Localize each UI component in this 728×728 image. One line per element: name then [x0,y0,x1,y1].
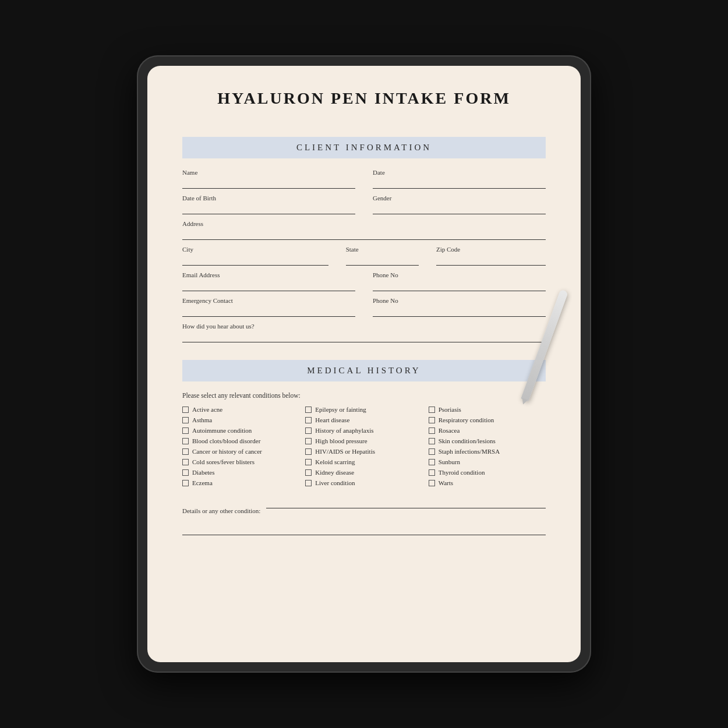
email-input[interactable] [182,280,355,291]
state-label: State [346,246,419,253]
condition-asthma: Asthma [182,416,299,423]
city-label: City [182,246,328,253]
dob-gender-row: Date of Birth Gender [182,195,546,214]
date-input[interactable] [373,177,546,189]
checkbox-skin-condition[interactable] [429,438,435,444]
hear-field-group: How did you hear about us? [182,323,546,342]
email-phone-row: Email Address Phone No [182,271,546,291]
zip-label: Zip Code [436,246,546,253]
checkbox-blood-clots[interactable] [182,438,189,444]
checkbox-anaphylaxis[interactable] [305,427,312,434]
checkbox-liver[interactable] [305,480,312,486]
checkbox-staph[interactable] [429,448,435,455]
emergency-label: Emergency Contact [182,297,355,304]
name-input[interactable] [182,177,355,189]
checkbox-active-acne[interactable] [182,407,189,413]
label-thyroid: Thyroid condition [439,469,485,476]
label-respiratory: Respiratory condition [439,416,494,423]
emergency-phone-row: Emergency Contact Phone No [182,297,546,317]
emergency-field-group: Emergency Contact [182,297,355,317]
date-label: Date [373,169,546,176]
details-row: Details or any other condition: [182,497,546,517]
dob-label: Date of Birth [182,195,355,202]
condition-staph: Staph infections/MRSA [429,448,546,455]
phone2-input[interactable] [373,305,546,317]
city-field-group: City [182,246,328,266]
label-skin-condition: Skin condition/lesions [439,437,496,444]
hear-row: How did you hear about us? [182,323,546,342]
condition-active-acne: Active acne [182,406,299,413]
checkbox-thyroid[interactable] [429,469,435,476]
condition-epilepsy: Epilepsy or fainting [305,406,422,413]
address-input[interactable] [182,228,546,240]
checkbox-heart-disease[interactable] [305,417,312,423]
checkbox-sunburn[interactable] [429,459,435,465]
condition-sunburn: Sunburn [429,458,546,465]
condition-psoriasis: Psoriasis [429,406,546,413]
condition-blood-clots: Blood clots/blood disorder [182,437,299,444]
tablet-screen: HYALURON PEN INTAKE FORM CLIENT INFORMAT… [147,66,581,662]
checkbox-cancer[interactable] [182,448,189,455]
label-active-acne: Active acne [192,406,222,413]
condition-thyroid: Thyroid condition [429,469,546,476]
checkbox-keloid[interactable] [305,459,312,465]
address-field-group: Address [182,220,546,240]
label-hiv: HIV/AIDS or Hepatitis [315,448,375,455]
checkbox-hiv[interactable] [305,448,312,455]
label-liver: Liver condition [315,479,355,486]
details-section: Details or any other condition: [182,497,546,535]
name-date-row: Name Date [182,169,546,189]
label-psoriasis: Psoriasis [439,406,461,413]
label-epilepsy: Epilepsy or fainting [315,406,366,413]
zip-input[interactable] [436,254,546,266]
label-kidney: Kidney disease [315,469,354,476]
checkbox-kidney[interactable] [305,469,312,476]
city-input[interactable] [182,254,328,266]
label-staph: Staph infections/MRSA [439,448,500,455]
gender-label: Gender [373,195,546,202]
city-state-zip-row: City State Zip Code [182,246,546,266]
checkbox-respiratory[interactable] [429,417,435,423]
state-input[interactable] [346,254,419,266]
condition-high-blood-pressure: High blood pressure [305,437,422,444]
emergency-input[interactable] [182,305,355,317]
checkbox-autoimmune[interactable] [182,427,189,434]
details-line-2 [182,524,546,535]
phone1-field-group: Phone No [373,271,546,291]
label-cold-sores: Cold sores/fever blisters [192,458,255,465]
label-asthma: Asthma [192,416,212,423]
dob-input[interactable] [182,203,355,214]
address-row: Address [182,220,546,240]
label-keloid: Keloid scarring [315,458,355,465]
checkbox-diabetes[interactable] [182,469,189,476]
checkbox-high-blood-pressure[interactable] [305,438,312,444]
gender-field-group: Gender [373,195,546,214]
checkbox-cold-sores[interactable] [182,459,189,465]
name-field-group: Name [182,169,355,189]
tablet-device: HYALURON PEN INTAKE FORM CLIENT INFORMAT… [137,55,591,673]
condition-skin-condition: Skin condition/lesions [429,437,546,444]
checkbox-eczema[interactable] [182,480,189,486]
condition-diabetes: Diabetes [182,469,299,476]
form-title: HYALURON PEN INTAKE FORM [182,89,546,108]
phone1-input[interactable] [373,280,546,291]
checkbox-epilepsy[interactable] [305,407,312,413]
condition-cancer: Cancer or history of cancer [182,448,299,455]
label-diabetes: Diabetes [192,469,214,476]
hear-input[interactable] [182,331,546,342]
checkbox-rosacea[interactable] [429,427,435,434]
label-blood-clots: Blood clots/blood disorder [192,437,260,444]
condition-keloid: Keloid scarring [305,458,422,465]
gender-input[interactable] [373,203,546,214]
checkbox-psoriasis[interactable] [429,407,435,413]
client-info-header: CLIENT INFORMATION [182,137,546,158]
phone1-label: Phone No [373,271,546,278]
label-anaphylaxis: History of anaphylaxis [315,427,373,434]
condition-autoimmune: Autoimmune condition [182,427,299,434]
checkbox-warts[interactable] [429,480,435,486]
hear-label: How did you hear about us? [182,323,546,330]
label-rosacea: Rosacea [439,427,460,434]
checkbox-asthma[interactable] [182,417,189,423]
medical-history-header: MEDICAL HISTORY [182,360,546,381]
state-field-group: State [346,246,419,266]
